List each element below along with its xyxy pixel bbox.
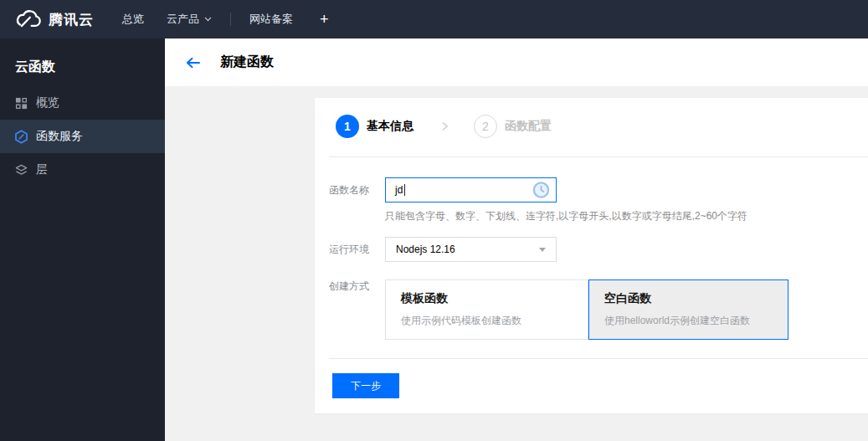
sidebar-item-label: 函数服务	[36, 129, 83, 144]
plus-icon[interactable]: +	[320, 11, 329, 28]
creation-method-row: 创建方式 模板函数 使用示例代码模板创建函数 空白函数 使用helloworld…	[329, 279, 868, 340]
top-navbar: 腾讯云 总览 云产品 网站备案 +	[0, 0, 868, 38]
creation-method-label: 创建方式	[329, 279, 385, 292]
method-card-title: 空白函数	[604, 291, 778, 306]
grid-icon	[14, 96, 28, 110]
sidebar-item-layers[interactable]: 层	[0, 153, 165, 187]
hexagon-function-icon	[14, 130, 28, 144]
sidebar: 云函数 概览 函数服务 层	[0, 38, 165, 441]
wizard-steps: 1 基本信息 2 函数配置	[315, 98, 868, 138]
sidebar-item-label: 层	[36, 162, 48, 177]
section-divider	[329, 156, 868, 157]
nav-item-icp-filing[interactable]: 网站备案	[249, 12, 293, 27]
method-card-title: 模板函数	[401, 291, 578, 306]
sidebar-product-title: 云函数	[0, 38, 165, 86]
create-function-card: 1 基本信息 2 函数配置 函数名称 jd	[315, 98, 868, 413]
runtime-select[interactable]: Nodejs 12.16	[385, 237, 557, 262]
next-step-button[interactable]: 下一步	[332, 373, 399, 398]
back-arrow-icon	[186, 57, 200, 69]
clock-loading-icon	[532, 182, 550, 199]
runtime-row: 运行环境 Nodejs 12.16	[329, 237, 868, 262]
function-name-input[interactable]: jd	[385, 177, 557, 203]
nav-item-cloud-products[interactable]: 云产品	[167, 12, 212, 27]
content-area: 1 基本信息 2 函数配置 函数名称 jd	[165, 86, 868, 441]
runtime-label: 运行环境	[329, 237, 385, 262]
sidebar-item-label: 概览	[36, 95, 59, 110]
step-1-circle: 1	[336, 115, 359, 138]
text-cursor	[404, 184, 405, 196]
page-header: 新建函数	[165, 38, 868, 86]
brand-label: 腾讯云	[49, 10, 94, 29]
section-divider	[329, 358, 868, 359]
method-card-desc: 使用示例代码模板创建函数	[401, 314, 578, 328]
tencent-cloud-brand[interactable]: 腾讯云	[0, 10, 94, 29]
layers-icon	[14, 163, 28, 177]
page-title: 新建函数	[220, 54, 274, 71]
function-name-row: 函数名称 jd	[329, 177, 868, 203]
sidebar-item-function-service[interactable]: 函数服务	[0, 120, 165, 153]
function-name-label: 函数名称	[329, 177, 385, 203]
back-button[interactable]	[186, 57, 200, 69]
creation-method-cards: 模板函数 使用示例代码模板创建函数 空白函数 使用helloworld示例创建空…	[385, 279, 788, 340]
chevron-right-icon	[441, 121, 449, 132]
method-card-desc: 使用helloworld示例创建空白函数	[604, 314, 778, 328]
runtime-selected-value: Nodejs 12.16	[396, 244, 455, 255]
basic-info-form: 函数名称 jd 只能包含字母、数字、下划线、连字符,以字母开头,以数字或字母结尾…	[315, 177, 868, 340]
step-2-label: 函数配置	[505, 119, 552, 134]
method-card-blank-function[interactable]: 空白函数 使用helloworld示例创建空白函数	[588, 279, 788, 340]
nav-item-overview[interactable]: 总览	[122, 12, 144, 27]
step-1-label: 基本信息	[367, 119, 413, 134]
chevron-down-icon	[204, 17, 212, 22]
tencent-cloud-logo-icon	[15, 10, 41, 28]
sidebar-item-overview[interactable]: 概览	[0, 86, 165, 120]
method-card-template-function[interactable]: 模板函数 使用示例代码模板创建函数	[385, 279, 588, 340]
function-name-value: jd	[395, 184, 403, 196]
function-name-help: 只能包含字母、数字、下划线、连字符,以字母开头,以数字或字母结尾,2~60个字符	[385, 210, 868, 222]
navbar-divider	[230, 13, 231, 26]
dropdown-caret-icon	[539, 248, 546, 252]
step-2-circle: 2	[474, 115, 497, 138]
